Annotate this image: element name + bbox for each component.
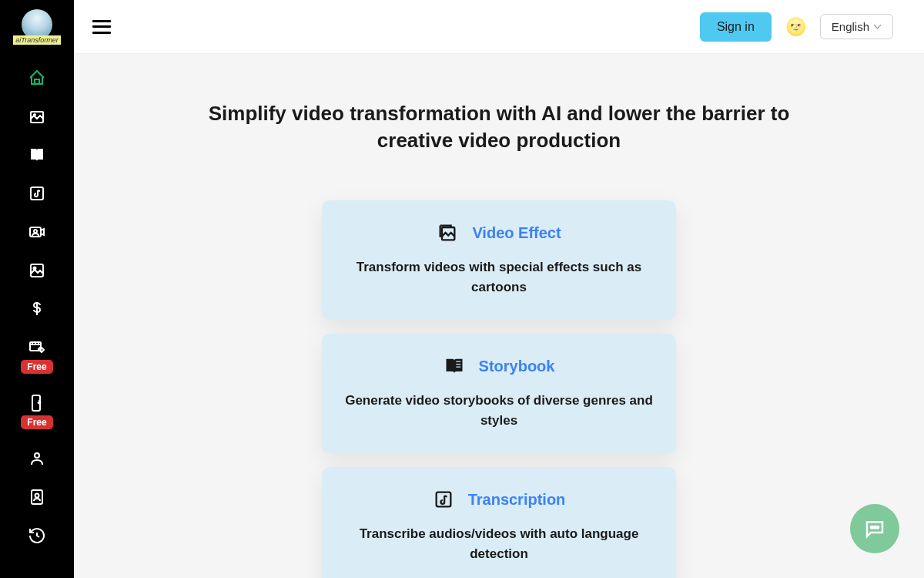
menu-button[interactable] <box>92 20 111 34</box>
card-title: Transcription <box>468 491 566 509</box>
video-person-icon <box>28 223 46 241</box>
sidebar-item-video-edit[interactable]: Free <box>0 328 74 384</box>
theme-toggle[interactable]: 🌝 <box>785 17 806 37</box>
card-storybook[interactable]: Storybook Generate video storybooks of d… <box>322 334 676 453</box>
free-badge: Free <box>21 415 52 429</box>
image-effect-icon <box>437 222 458 244</box>
sidebar-item-video-person[interactable] <box>0 213 74 251</box>
chat-icon <box>863 517 886 540</box>
sidebar-item-user[interactable] <box>0 439 74 478</box>
svg-point-16 <box>877 526 879 529</box>
card-transcription[interactable]: Transcription Transcribe audios/videos w… <box>322 467 676 578</box>
svg-point-1 <box>34 114 35 116</box>
svg-rect-5 <box>31 264 43 277</box>
chat-button[interactable] <box>850 504 899 553</box>
dollar-icon <box>28 300 46 318</box>
sidebar-item-image[interactable] <box>0 251 74 290</box>
svg-point-9 <box>35 453 39 458</box>
sidebar-item-image-gallery[interactable] <box>0 97 74 136</box>
sidebar-item-music[interactable] <box>0 174 74 213</box>
logo[interactable]: aiTransformer <box>12 6 62 48</box>
free-badge: Free <box>21 360 52 374</box>
card-desc: Transcribe audios/videos with auto langu… <box>343 524 654 563</box>
sidebar-item-history[interactable] <box>0 516 74 555</box>
language-select[interactable]: English <box>820 14 893 39</box>
logo-text: aiTransformer <box>13 35 60 45</box>
sidebar-item-phone-download[interactable]: Free <box>0 384 74 439</box>
image-gallery-icon <box>28 107 46 126</box>
svg-point-11 <box>35 494 39 498</box>
svg-point-6 <box>34 267 36 270</box>
sidebar-item-user-badge[interactable] <box>0 478 74 516</box>
card-desc: Transform videos with special effects su… <box>343 257 654 297</box>
svg-point-14 <box>871 526 873 529</box>
history-icon <box>28 526 46 545</box>
language-label: English <box>832 20 869 33</box>
image-icon <box>28 261 46 280</box>
sidebar-item-book[interactable] <box>0 136 74 174</box>
chevron-down-icon <box>874 23 882 31</box>
sidebar: aiTransformer Free Free <box>0 0 74 578</box>
card-desc: Generate video storybooks of diverse gen… <box>343 391 654 430</box>
sidebar-item-home[interactable] <box>0 59 74 97</box>
card-title: Storybook <box>479 358 555 375</box>
svg-point-15 <box>874 526 876 529</box>
storybook-icon <box>444 355 465 377</box>
music-note-icon <box>28 184 46 203</box>
user-badge-icon <box>28 488 46 506</box>
transcription-icon <box>433 489 454 510</box>
card-title: Video Effect <box>472 224 561 242</box>
svg-point-4 <box>34 230 37 233</box>
video-edit-icon <box>28 338 46 357</box>
feature-cards: Video Effect Transform videos with speci… <box>322 200 676 578</box>
user-icon <box>28 449 46 468</box>
phone-download-icon <box>28 394 46 412</box>
signin-button[interactable]: Sign in <box>700 12 772 42</box>
book-icon <box>28 146 46 164</box>
main-content: Simplify video transformation with AI an… <box>74 0 924 578</box>
home-icon <box>28 69 46 87</box>
header: Sign in 🌝 English <box>74 0 924 54</box>
card-video-effect[interactable]: Video Effect Transform videos with speci… <box>322 200 676 320</box>
sidebar-item-pricing[interactable] <box>0 290 74 328</box>
hero-title: Simplify video transformation with AI an… <box>152 100 845 154</box>
